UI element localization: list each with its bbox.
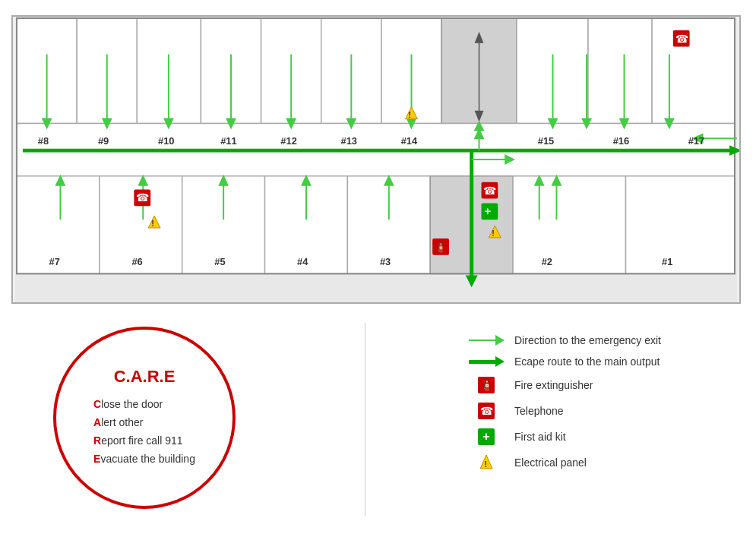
legend-electrical-icon: ! [467,454,505,471]
svg-text:!: ! [409,110,412,119]
svg-text:#6: #6 [131,256,142,267]
legend-fire-ext-text: Fire extinguisher [514,379,593,391]
svg-text:🧯: 🧯 [435,242,448,254]
svg-text:☎: ☎ [483,185,496,197]
svg-text:#5: #5 [214,256,225,267]
legend-item-direction: Direction to the emergency exit [467,334,710,346]
svg-text:#15: #15 [538,135,554,147]
svg-text:☎: ☎ [675,33,688,45]
legend-telephone-icon: ☎ [467,403,505,419]
svg-rect-25 [626,176,735,274]
legend-first-aid-text: First aid kit [514,431,566,443]
svg-text:#7: #7 [49,256,60,267]
svg-text:!: ! [492,229,495,238]
care-title: C.A.R.E [114,367,176,387]
svg-rect-13 [588,18,652,124]
svg-text:+: + [484,205,491,217]
svg-rect-14 [652,18,735,124]
legend-item-electrical: ! Electrical panel [467,454,710,471]
legend-item-first-aid: + First aid kit [467,428,710,445]
legend-item-fire-ext: 🧯 Fire extinguisher [467,377,710,393]
svg-text:#11: #11 [220,135,236,147]
svg-text:#1: #1 [662,256,672,267]
legend-arrow-thick-icon [467,356,505,367]
legend-direction-text: Direction to the emergency exit [514,334,661,346]
legend-divider [365,323,365,516]
svg-text:!: ! [151,219,154,228]
svg-rect-24 [513,176,625,274]
legend-item-escape: Ecape route to the main output [467,355,710,368]
legend: Direction to the emergency exit Ecape ro… [467,334,710,480]
svg-text:!: ! [485,460,488,469]
svg-text:#2: #2 [542,256,552,267]
svg-text:#16: #16 [613,135,629,147]
legend-arrow-thin-icon [467,335,505,346]
svg-text:#12: #12 [280,135,296,147]
svg-text:#13: #13 [340,135,356,147]
svg-text:#17: #17 [688,135,704,147]
svg-text:#8: #8 [38,135,49,147]
care-circle: C.A.R.E Close the door Alert other Repor… [53,327,236,509]
legend-escape-text: Ecape route to the main output [514,355,660,368]
legend-electrical-text: Electrical panel [514,456,587,469]
svg-text:#14: #14 [401,135,418,147]
legend-fire-ext-icon: 🧯 [467,377,505,393]
legend-telephone-text: Telephone [514,405,564,417]
svg-text:#10: #10 [158,135,174,147]
svg-text:#3: #3 [380,256,391,267]
legend-item-telephone: ☎ Telephone [467,403,710,419]
svg-text:#4: #4 [297,256,308,267]
care-text: Close the door Alert other Report fire c… [93,396,195,468]
svg-text:#9: #9 [98,135,109,147]
legend-first-aid-icon: + [467,428,505,445]
svg-text:☎: ☎ [136,191,149,204]
